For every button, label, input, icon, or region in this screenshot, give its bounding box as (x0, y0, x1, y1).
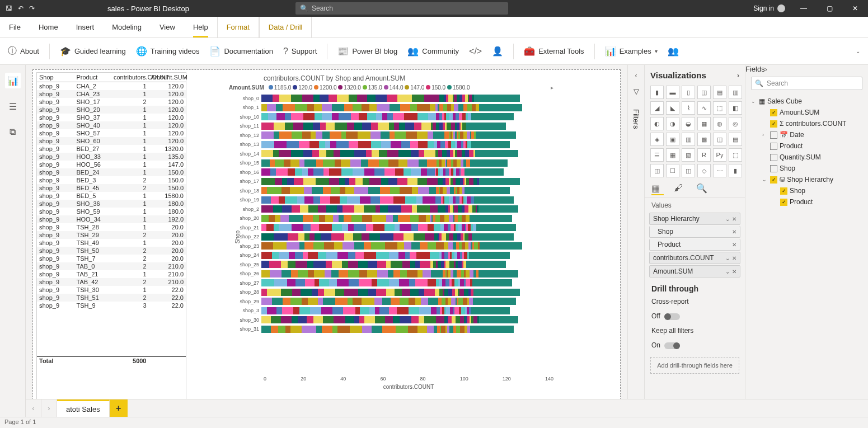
viz-type-7[interactable]: ◣ (666, 101, 679, 115)
tab-help[interactable]: Help (184, 17, 217, 37)
save-icon[interactable]: 🖫 (6, 4, 12, 12)
viz-type-17[interactable]: ◎ (729, 117, 742, 130)
table-row[interactable]: shop_9TSH_29220.0 (37, 231, 186, 239)
field-tree-node[interactable]: Shop (750, 163, 864, 174)
bar-row[interactable]: shop_26 (264, 270, 553, 278)
viz-type-4[interactable]: ▤ (713, 86, 726, 99)
viz-type-16[interactable]: ◍ (713, 117, 726, 130)
table-row[interactable]: shop_9TAB_02210.0 (37, 262, 186, 270)
table-row[interactable]: shop_9BED_241150.0 (37, 168, 186, 176)
field-tree-node[interactable]: ✓ Amount.SUM (750, 107, 864, 118)
tab-view[interactable]: View (151, 17, 184, 37)
collapse-fields-icon[interactable]: › (765, 65, 767, 73)
cmd-training-videos[interactable]: 🌐Training videos (136, 46, 200, 57)
viz-type-5[interactable]: ▥ (729, 86, 742, 99)
format-well-tab[interactable]: 🖌 (674, 183, 686, 195)
field-tree-node[interactable]: › 📅 Date (750, 129, 864, 140)
viz-type-23[interactable]: ▤ (729, 133, 742, 146)
table-row[interactable]: shop_9HOO_561147.0 (37, 161, 186, 168)
bar-row[interactable]: shop_12 (264, 131, 553, 139)
viz-type-27[interactable]: R (697, 148, 711, 162)
viz-type-32[interactable]: ◫ (682, 164, 695, 177)
bar-row[interactable]: shop_11 (264, 122, 553, 130)
bar-row[interactable]: shop_2 (264, 205, 553, 213)
bar-row[interactable]: shop_28 (264, 288, 553, 297)
tab-data-drill[interactable]: Data / Drill (259, 17, 312, 37)
viz-type-19[interactable]: ▣ (666, 133, 679, 146)
bar-row[interactable]: shop_10 (264, 112, 553, 121)
bar-row[interactable]: shop_22 (264, 233, 553, 241)
table-row[interactable]: shop_9TSH_28120.0 (37, 223, 186, 231)
viz-type-31[interactable]: ☐ (666, 164, 679, 177)
bar-row[interactable]: shop_30 (264, 316, 553, 324)
cmd-documentation[interactable]: 📄Documentation (209, 46, 273, 57)
collapse-ribbon-icon[interactable]: ⌄ (856, 48, 860, 54)
viz-type-2[interactable]: ▯ (682, 86, 695, 99)
bar-row[interactable]: shop_31 (264, 325, 553, 333)
viz-type-6[interactable]: ◢ (650, 101, 664, 115)
viz-type-14[interactable]: ◒ (682, 117, 695, 130)
tab-format[interactable]: Format (217, 17, 259, 37)
add-page-button[interactable]: + (110, 399, 128, 417)
viz-type-11[interactable]: ◧ (729, 101, 742, 115)
expand-filters-icon[interactable]: ‹ (635, 72, 637, 79)
table-row[interactable]: shop_9BED_511580.0 (37, 192, 186, 200)
table-row[interactable]: shop_9SHO_201120.0 (37, 106, 186, 114)
table-row[interactable]: shop_9SHO_571120.0 (37, 129, 186, 137)
cmd-about[interactable]: ⓘAbout (8, 45, 39, 57)
table-row[interactable]: shop_9SHO_401120.0 (37, 121, 186, 129)
table-header[interactable]: Amount.SUM (149, 73, 186, 82)
filter-icon[interactable]: ▽ (634, 87, 639, 96)
table-row[interactable]: shop_9TAB_422210.0 (37, 278, 186, 286)
file-tab[interactable]: File (0, 17, 30, 37)
bar-row[interactable]: shop_14 (264, 149, 553, 158)
tab-insert[interactable]: Insert (67, 17, 104, 37)
table-row[interactable]: shop_9BED_2711320.0 (37, 145, 186, 153)
stacked-bar-chart-visual[interactable]: contributors.COUNT by Shop and Amount.SU… (229, 74, 553, 428)
field-well-subitem[interactable]: Shop✕ (649, 226, 740, 238)
table-row[interactable]: shop_9TAB_211210.0 (37, 270, 186, 278)
viz-type-22[interactable]: ◫ (713, 133, 726, 146)
bar-row[interactable]: shop_3 (264, 307, 553, 315)
table-visual[interactable]: ShopProductcontributors.COUNTAmount.SUM … (36, 72, 186, 427)
bar-row[interactable]: shop_20 (264, 214, 553, 223)
table-row[interactable]: shop_9HOO_331135.0 (37, 153, 186, 161)
cmd-guided-learning[interactable]: 🎓Guided learning (60, 46, 126, 57)
table-row[interactable]: shop_9SHO_361180.0 (37, 200, 186, 208)
table-row[interactable]: shop_9TSH_51222.0 (37, 294, 186, 302)
table-row[interactable]: shop_9BED_32150.0 (37, 176, 186, 184)
analytics-well-tab[interactable]: 🔍 (696, 183, 709, 195)
minimize-button[interactable]: — (791, 0, 817, 17)
viz-type-3[interactable]: ◫ (697, 86, 711, 99)
viz-type-24[interactable]: ☰ (650, 148, 664, 162)
cmd-examples[interactable]: 📊Examples▾ (605, 46, 658, 57)
bar-row[interactable]: shop_16 (264, 168, 553, 176)
table-row[interactable]: shop_9SHO_591180.0 (37, 208, 186, 215)
prev-page-button[interactable]: ‹ (26, 399, 41, 417)
viz-type-21[interactable]: ▩ (697, 133, 711, 146)
cmd-community[interactable]: 👥Community (407, 46, 459, 57)
model-view-button[interactable]: ⧉ (5, 124, 21, 140)
viz-type-10[interactable]: ⬚ (713, 101, 726, 115)
report-view-button[interactable]: 📊 (5, 73, 21, 88)
cross-report-toggle[interactable] (664, 313, 680, 320)
field-tree-node[interactable]: ✓ Shop (750, 185, 864, 196)
field-well-item[interactable]: Shop Hierarchy⌄✕ (649, 213, 740, 225)
table-row[interactable]: shop_9SHO_601120.0 (37, 137, 186, 145)
viz-type-28[interactable]: Py (713, 148, 726, 162)
viz-type-18[interactable]: ◈ (650, 133, 664, 146)
bar-row[interactable]: shop_18 (264, 186, 553, 195)
bar-row[interactable]: shop_24 (264, 251, 553, 260)
table-row[interactable]: shop_9SHO_172120.0 (37, 98, 186, 106)
table-row[interactable]: shop_9TSH_30122.0 (37, 286, 186, 294)
close-button[interactable]: ✕ (842, 0, 868, 17)
viz-type-9[interactable]: ∿ (697, 101, 711, 115)
table-row[interactable]: shop_9CHA_231120.0 (37, 90, 186, 98)
keep-filters-toggle[interactable] (664, 342, 680, 349)
redo-icon[interactable]: ↷ (29, 4, 35, 12)
viz-type-30[interactable]: ◫ (650, 164, 664, 177)
table-row[interactable]: shop_9HOO_341192.0 (37, 215, 186, 223)
viz-type-34[interactable]: ⋯ (713, 164, 726, 177)
next-page-button[interactable]: › (41, 399, 57, 417)
table-row[interactable]: shop_9TSH_49120.0 (37, 239, 186, 247)
